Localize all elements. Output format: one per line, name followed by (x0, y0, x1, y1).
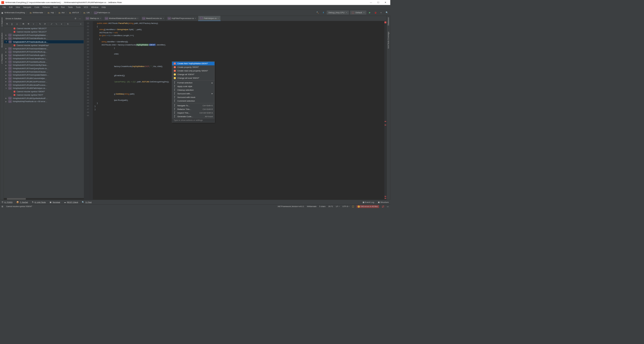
close-tab-icon[interactable]: × (100, 17, 101, 19)
stop-button[interactable]: ■ (379, 10, 383, 15)
file-item[interactable]: ▶C# \\\Hql\Ast\ANTLR\Tree\HqlSqlWalker… (4, 33, 84, 37)
tool-window-button[interactable]: ▣ Structure (378, 201, 388, 203)
file-item[interactable]: ▶C# \\\Hql\Ast\ANTLR\Tree\IsNullLogicO… (4, 54, 84, 57)
file-item[interactable]: ▶C# \\\Hql\Ast\ANTLR\Tree\InsertStateme… (4, 47, 84, 50)
tool-window-button[interactable]: 🔍 3: Find (82, 201, 91, 203)
export-icon[interactable]: ⎘ (66, 22, 70, 26)
context-menu-item[interactable]: ⎡Inspect This...Ctrl+Alt+Shift+A (172, 111, 214, 115)
pause-icon[interactable]: ‖ (10, 22, 14, 26)
status-errors[interactable]: 540 errors in 40 files (357, 205, 379, 208)
breadcrumb-item[interactable]: ▣NHibernate.Everything (1, 11, 25, 14)
file-item[interactable]: ▶C# \\\Hql\Ast\ANTLR\Util\ColumnHelpe… (4, 77, 84, 80)
more-icon[interactable]: » (79, 22, 83, 26)
right-tab[interactable]: Database (387, 17, 389, 25)
editor-tab[interactable]: C#AbstractStatementExecutor.cs× (103, 16, 140, 21)
breadcrumb-item[interactable]: 🗀ANTLR (69, 11, 79, 14)
menu-view[interactable]: View (14, 5, 22, 9)
file-item[interactable]: ▶C# \\\Hql\Ast\ANTLR\Tree\LiteralNode.c… (4, 57, 84, 60)
menu-icon[interactable]: ▥ (2, 206, 3, 208)
status-eol[interactable]: LF ÷ (336, 206, 340, 208)
run-button[interactable]: ▶ (368, 10, 372, 15)
file-item[interactable]: ▶C# \\\Hql\Ast\ANTLR\Util\SyntheticAndF… (4, 96, 84, 100)
menu-tools[interactable]: Tools (74, 5, 82, 9)
error-stripe[interactable] (384, 21, 386, 200)
breadcrumb-item[interactable]: C#PathHelper.cs (94, 11, 110, 14)
memory-widget[interactable]: ▭ (387, 206, 389, 208)
context-menu-item[interactable]: Change all local 'IDENT' (172, 76, 214, 80)
menu-help[interactable]: Help (100, 5, 107, 9)
left-tab[interactable]: 2: Favorites (1, 54, 3, 63)
close-tab-icon[interactable]: × (195, 17, 196, 19)
file-item[interactable]: ▶C# \\\Hql\Ast\ANTLR\Tree\IdentNode.cs… (4, 37, 84, 40)
code-content[interactable]: public static IASTNode ParsePath(string … (93, 21, 384, 200)
error-item[interactable]: Cannot resolve symbol 'IDENT' (4, 90, 84, 93)
menu-build[interactable]: Build (52, 5, 59, 9)
tool-window-button[interactable]: ▣ Event Log (363, 201, 374, 203)
tool-window-button[interactable]: ☰ 6: TODO (2, 201, 12, 203)
error-item[interactable]: Cannot resolve symbol 'SELECT' (4, 27, 84, 30)
update-button[interactable]: ⬇ (321, 10, 325, 15)
file-item[interactable]: ▼C# \\\Hql\Ast\ANTLR\Util\PathHelper.cs… (4, 87, 84, 90)
file-item[interactable]: ▶C# \\\Hql\Ast\ANTLR\Util\LiteralProcess… (4, 83, 84, 87)
menu-edit[interactable]: Edit (7, 5, 14, 9)
context-menu-item[interactable]: Create field 'HqlSqlWalker.IDENT' (172, 62, 214, 65)
minimize-button[interactable]: — (367, 0, 374, 5)
analyze-icon[interactable]: ⚗ (5, 22, 9, 26)
context-menu-item[interactable]: Create read-only property 'IDENT' (172, 69, 214, 72)
filter-icon[interactable]: ▿ (32, 22, 36, 26)
warning-icon[interactable]: ⚠ (15, 22, 19, 26)
context-menu-item[interactable]: Create property 'IDENT' (172, 65, 214, 69)
context-menu-item[interactable]: ⎡Generate Code...Alt+Insert (172, 115, 214, 118)
close-button[interactable]: ✕ (382, 0, 389, 5)
menu-navigate[interactable]: Navigate (22, 5, 33, 9)
editor-tab[interactable]: C#Startup.cs× (84, 16, 103, 21)
right-tab[interactable]: Unit Tests Coverage (387, 32, 389, 49)
context-menu[interactable]: Create field 'HqlSqlWalker.IDENT'Create … (172, 61, 215, 123)
left-tab[interactable]: 1: Explorer (1, 17, 3, 27)
menu-tests[interactable]: Tests (66, 5, 75, 9)
left-tab[interactable]: Errors In Solution (1, 33, 3, 47)
file-item[interactable]: ▶C# \\\Hql\Ast\ANTLR\Tree\UpdateStatem… (4, 73, 84, 77)
context-menu-item[interactable]: ⎡Surround with block (172, 95, 214, 99)
breadcrumb-item[interactable]: 🗀Ast (58, 11, 65, 14)
status-encoding[interactable]: UTF-8 ÷ (343, 206, 350, 208)
context-menu-item[interactable]: ⎡Navigate To...Ctrl+Shift+G (172, 104, 214, 107)
launch-selector[interactable]: ◯ Default ▼ (350, 11, 366, 15)
file-item[interactable]: ▶C# \\\Hql\Ast\ANTLR\Util\JoinProcessor… (4, 80, 84, 83)
menu-vcs[interactable]: VCS (82, 5, 90, 9)
tool-window-button[interactable]: ⚗ 8: Unit Tests (32, 201, 46, 203)
context-menu-item[interactable]: ⎡Cleanup selection (172, 88, 214, 92)
file-item[interactable]: ▼C# \\\Hql\Ast\ANTLR\Tree\IndexNode.cs… (4, 40, 84, 44)
hide-panel-button[interactable]: — (78, 16, 82, 21)
breadcrumb-item[interactable]: 🗀Hql (48, 11, 54, 14)
close-tab-icon[interactable]: × (218, 17, 219, 19)
menu-run[interactable]: Run (59, 5, 66, 9)
context-menu-item[interactable]: Change all 'IDENT' (172, 72, 214, 76)
context-menu-item[interactable]: ⎡Refactor This...Ctrl+Shift+R (172, 107, 214, 111)
close-tab-icon[interactable]: × (137, 17, 138, 19)
editor-tab[interactable]: C#HqlFilterPreprocessor.cs× (166, 16, 198, 21)
configuration-selector[interactable]: Debug | Any CPU ▼ (327, 11, 349, 15)
error-item[interactable]: Cannot resolve symbol 'SELECT' (4, 30, 84, 34)
file-item[interactable]: ▶C# \\\Hql\Ast\HqlTreeNode.cs • 93 error… (4, 100, 84, 103)
fold-gutter[interactable] (90, 21, 93, 200)
menu-file[interactable]: File (1, 5, 8, 9)
hide-eye-icon[interactable]: 👁 (22, 22, 25, 26)
editor-tab[interactable]: C#BasicExecutor.cs× (140, 16, 166, 21)
error-item[interactable]: Cannot resolve symbol 'simpleExpr' (4, 44, 84, 47)
menu-code[interactable]: Code (33, 5, 41, 9)
tool-window-button[interactable]: ☁ REST Client (64, 201, 78, 203)
context-menu-item[interactable]: ⎡Comment selection (172, 99, 214, 103)
debug-button[interactable]: 🐞 (373, 10, 378, 15)
reload-icon[interactable]: ⟳ (43, 22, 47, 26)
file-item[interactable]: ▶C# \\\Hql\Ast\ANTLR\Tree\OrderByClaus… (4, 63, 84, 67)
editor-tab[interactable]: C#PathHelper.cs× (198, 16, 221, 21)
context-menu-item[interactable]: ⎡Format selection▶ (172, 81, 214, 84)
tool-window-button[interactable]: ▣ Terminal (50, 201, 60, 203)
collapse-icon[interactable]: ⤡ (55, 22, 58, 26)
file-item[interactable]: ▶C# \\\Hql\Ast\ANTLR\Tree\SelectClause.… (4, 70, 84, 74)
close-tab-icon[interactable]: × (163, 17, 164, 19)
panel-scrollbar[interactable] (4, 198, 84, 200)
build-button[interactable]: 🔨 (316, 10, 320, 15)
file-item[interactable]: ▶C# \\\Hql\Ast\ANTLR\Tree\IsNotNullLog… (4, 50, 84, 54)
